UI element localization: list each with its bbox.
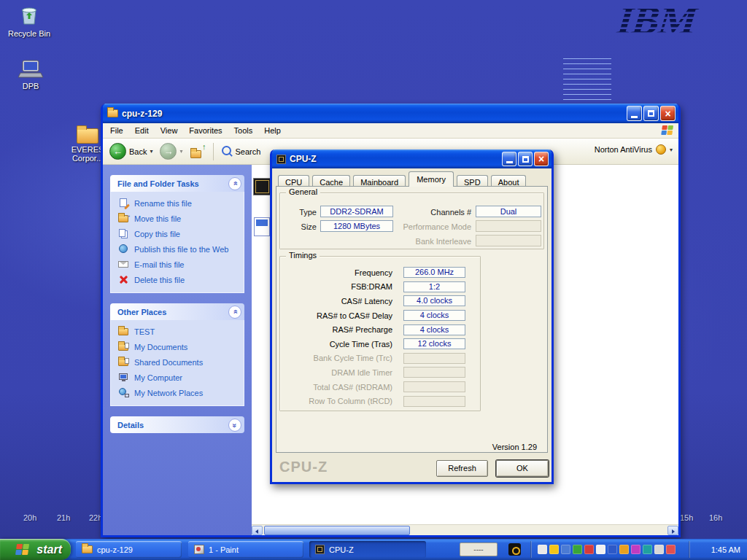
tray-icon[interactable] (619, 545, 629, 554)
taskbar-task-cpuz[interactable]: CPU-Z (309, 541, 426, 558)
minimize-button[interactable] (502, 152, 516, 166)
task-move-file[interactable]: → Move this file (118, 211, 241, 226)
timing-value: 4.0 clocks (403, 295, 465, 306)
cpuz-file-icon[interactable] (254, 217, 270, 236)
scrollbar-thumb[interactable] (264, 526, 410, 535)
network-places-icon (118, 388, 129, 397)
task-publish-web[interactable]: Publish this file to the Web (118, 241, 241, 257)
refresh-button[interactable]: Refresh (436, 460, 488, 477)
cpuz-title: CPU-Z (290, 154, 500, 164)
place-label: Shared Documents (134, 358, 203, 367)
tray-icon[interactable] (549, 545, 559, 554)
tray-icon[interactable] (643, 545, 652, 554)
task-label: cpu-z-129 (97, 545, 133, 554)
taskbar-clock[interactable]: 1:45 AM (711, 539, 740, 560)
menu-favorites[interactable]: Favorites (183, 124, 228, 137)
taskbar-toolbar-handle[interactable]: ---- (460, 542, 498, 556)
size-label: Size (285, 222, 317, 231)
tab-memory[interactable]: Memory (409, 171, 454, 187)
ok-button[interactable]: OK (496, 460, 549, 477)
task-rename-file[interactable]: Rename this file (118, 195, 241, 211)
forward-button[interactable]: → ▾ (158, 141, 185, 161)
explorer-titlebar[interactable]: cpu-z-129 × (103, 104, 678, 123)
folder-glyph (77, 128, 98, 144)
taskbar-app-icon[interactable] (508, 543, 521, 556)
tray-icon[interactable] (654, 545, 664, 554)
scroll-right-arrow[interactable] (667, 526, 678, 535)
folder-icon (82, 545, 93, 553)
close-button[interactable]: × (534, 152, 549, 166)
start-button[interactable]: start (0, 539, 71, 560)
place-my-network[interactable]: My Network Places (118, 385, 241, 400)
timing-label: Bank Cycle Time (Trc) (280, 354, 392, 362)
tray-icon[interactable] (584, 545, 594, 554)
minimize-icon (631, 116, 638, 118)
other-places-title: Other Places (117, 308, 228, 316)
windows-flag-icon (15, 544, 30, 556)
cpuz-titlebar[interactable]: CPU-Z × (272, 149, 551, 168)
search-button[interactable]: Search (220, 144, 263, 158)
tray-icon[interactable] (666, 545, 676, 554)
task-email-file[interactable]: E-mail this file (118, 257, 241, 272)
task-delete-file[interactable]: Delete this file (118, 272, 241, 287)
timings-rows: Frequency 266.0 MHz FSB:DRAM 1:2 CAS# La… (280, 265, 480, 408)
timing-value (403, 396, 465, 407)
close-icon: × (665, 108, 670, 120)
timing-label: RAS# to CAS# Delay (280, 311, 392, 320)
taskbar: start cpu-z-129 1 - Paint CPU-Z ---- 1 (0, 539, 747, 560)
scroll-left-arrow[interactable] (252, 526, 263, 535)
taskbar-task-paint[interactable]: 1 - Paint (188, 541, 303, 558)
menu-edit[interactable]: Edit (129, 124, 155, 137)
paint-icon (194, 545, 204, 554)
dpb-icon[interactable]: DPB (10, 60, 51, 90)
laptop-glyph (18, 60, 43, 79)
details-header[interactable]: Details » (110, 416, 244, 433)
tray-icon[interactable] (631, 545, 640, 554)
close-button[interactable]: × (660, 106, 676, 121)
collapse-chevron-icon[interactable]: » (228, 306, 241, 319)
timing-row-cas-latency: CAS# Latency 4.0 clocks (280, 294, 480, 308)
other-places-header[interactable]: Other Places » (110, 303, 244, 320)
up-button[interactable]: ↑ (188, 144, 207, 160)
timing-row-dram-idle-timer: DRAM Idle Timer (280, 365, 480, 380)
back-button[interactable]: ← Back ▾ (107, 141, 155, 161)
place-my-documents[interactable]: My Documents (118, 339, 241, 354)
taskbar-task-cpu-z-129[interactable]: cpu-z-129 (76, 541, 182, 558)
menu-tools[interactable]: Tools (228, 124, 259, 137)
timing-label: CAS# Latency (280, 297, 392, 306)
forward-dropdown-icon: ▾ (179, 148, 182, 155)
horizontal-scrollbar[interactable] (252, 524, 678, 535)
tray-icon[interactable] (538, 545, 547, 554)
place-my-computer[interactable]: My Computer (118, 370, 241, 385)
place-shared-documents[interactable]: Shared Documents (118, 354, 241, 370)
norton-label: Norton AntiVirus (595, 145, 652, 154)
shared-documents-icon (118, 357, 129, 367)
norton-antivirus-button[interactable]: Norton AntiVirus ▾ (595, 144, 673, 155)
publish-web-icon (118, 244, 129, 254)
task-label: E-mail this file (134, 260, 184, 269)
recycle-bin-icon[interactable]: Recycle Bin (7, 3, 51, 38)
minimize-button[interactable] (627, 106, 642, 121)
maximize-button[interactable] (643, 106, 659, 121)
cpuz-exe-file-icon[interactable] (253, 178, 271, 195)
maximize-button[interactable] (518, 152, 533, 166)
email-icon (118, 260, 129, 269)
file-tasks-header[interactable]: File and Folder Tasks » (110, 175, 244, 192)
menu-help[interactable]: Help (258, 124, 287, 137)
tray-icon[interactable] (561, 545, 570, 554)
tray-icon[interactable] (596, 545, 605, 554)
expand-chevron-icon[interactable]: » (228, 419, 241, 432)
place-test[interactable]: TEST (118, 324, 241, 339)
my-documents-icon (118, 342, 129, 351)
task-label: Delete this file (134, 276, 185, 284)
menu-file[interactable]: File (104, 124, 129, 137)
tray-icon[interactable] (573, 545, 582, 554)
tray-icon[interactable] (608, 545, 617, 554)
task-copy-file[interactable]: Copy this file (118, 226, 241, 241)
collapse-chevron-icon[interactable]: » (228, 177, 241, 190)
cpuz-dialog: CPU-Z × CPU Cache Mainboard Memory SPD A… (270, 149, 554, 484)
timings-group-label: Timings (286, 251, 320, 260)
rename-icon (118, 198, 129, 208)
cpu-chip-icon (276, 155, 286, 164)
menu-view[interactable]: View (155, 124, 184, 137)
